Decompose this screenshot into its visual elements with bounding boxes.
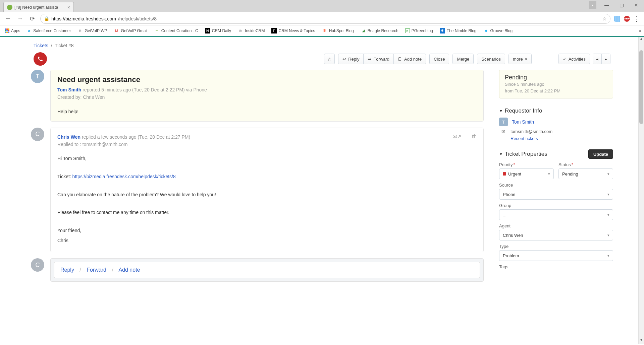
reply-message: C ✉↗ 🗑 Chris Wen replied a few seconds a… (31, 128, 484, 253)
reply-button[interactable]: ↩Reply (338, 54, 364, 64)
forward-icon: ➡ (368, 57, 371, 62)
bookmark-item[interactable]: ✱HubSpot Blog (319, 28, 357, 33)
reply-author[interactable]: Chris Wen (57, 134, 80, 140)
bookmark-item[interactable]: ❧Content Curation - C (152, 28, 201, 33)
bookmark-item[interactable]: ✱The Nimble Blog (437, 28, 479, 33)
bookmark-item[interactable]: ▸PGreenblog (402, 28, 436, 33)
bookmark-item[interactable]: MGetVoIP Gmail (111, 28, 150, 33)
delete-icon[interactable]: 🗑 (471, 133, 477, 140)
forward-link[interactable]: Forward (87, 267, 106, 273)
vertical-scrollbar[interactable]: ▲ ▼ (638, 37, 644, 344)
next-ticket-button[interactable]: ▸ (601, 54, 610, 64)
agent-select[interactable]: Chris Wen ▾ (499, 230, 613, 240)
bookmark-item[interactable]: 🗎InsideCRM (235, 28, 267, 33)
bookmark-item[interactable]: NCRM Daily (202, 28, 234, 33)
conversation-thread: T Need urgent assistance Tom Smith repor… (31, 70, 484, 282)
minimize-button[interactable]: — (602, 2, 611, 8)
url-path: /helpdesk/tickets/8 (118, 16, 157, 21)
extension-icons: ABP ⋮ (614, 15, 640, 23)
maximize-button[interactable]: ▢ (617, 2, 626, 8)
update-button[interactable]: Update (588, 149, 613, 159)
star-icon: ☆ (327, 57, 331, 62)
recent-tickets-link[interactable]: Recent tickets (511, 136, 538, 141)
more-button[interactable]: more▾ (508, 54, 532, 64)
avatar: C (31, 258, 44, 272)
requestor-avatar: T (499, 118, 508, 126)
add-note-button[interactable]: 🗒Add note (393, 54, 426, 64)
requestor-name[interactable]: Tom Smith (512, 119, 534, 125)
scenarios-button[interactable]: Scenarios (477, 54, 505, 64)
section-header[interactable]: ▼ Ticket Properties (499, 151, 547, 157)
action-button-group: ↩Reply ➡Forward 🗒Add note (338, 54, 426, 64)
bookmark-icon: ▸ (405, 28, 410, 33)
ticket-link[interactable]: https://bizmedia.freshdesk.com/helpdesk/… (72, 174, 176, 179)
browser-tab[interactable]: [#8] Need urgent assista × (3, 2, 74, 12)
breadcrumb-current: Ticket #8 (55, 43, 73, 48)
source-select[interactable]: Phone ▾ (499, 189, 613, 200)
adblock-icon[interactable]: ABP (624, 16, 630, 22)
bookmark-item[interactable]: ECRM News & Topics (269, 28, 318, 33)
bookmarks-overflow[interactable]: » (639, 28, 641, 33)
bookmark-item[interactable]: ⭘Salesforce Customer (23, 28, 73, 33)
ticket-subject: Need urgent assistance (57, 75, 477, 84)
add-note-link[interactable]: Add note (118, 267, 140, 273)
type-label: Type (499, 244, 613, 249)
status-value: Pending (505, 74, 607, 81)
forward-button[interactable]: → (16, 15, 24, 22)
status-label: Status* (558, 162, 613, 167)
avatar: T (31, 70, 44, 83)
forward-button[interactable]: ➡Forward (363, 54, 394, 64)
tab-bar: [#8] Need urgent assista × ▪ — ▢ ✕ (0, 0, 644, 12)
browser-window: [#8] Need urgent assista × ▪ — ▢ ✕ ← → ⟳… (0, 0, 644, 344)
close-icon[interactable]: × (67, 5, 70, 10)
reload-button[interactable]: ⟳ (28, 15, 36, 22)
ticket-author[interactable]: Tom Smith (57, 87, 81, 92)
user-icon[interactable]: ▪ (589, 1, 596, 9)
group-select[interactable]: ... ▾ (499, 209, 613, 220)
priority-dot-icon (503, 172, 506, 176)
scroll-up-icon[interactable]: ▲ (639, 37, 644, 43)
bookmark-item[interactable]: ◢Beagle Research (358, 28, 401, 33)
apps-button[interactable]: Apps (3, 28, 22, 33)
status-select[interactable]: Pending ▾ (558, 168, 613, 179)
url-field[interactable]: 🔒 https://bizmedia.freshdesk.com/helpdes… (40, 14, 610, 24)
reply-body: Hi Tom Smith, Ticket: https://bizmedia.f… (57, 155, 477, 245)
activities-button[interactable]: ✓Activities (558, 54, 590, 64)
reply-link[interactable]: Reply (60, 267, 74, 273)
ticket-sidebar: Pending Since 5 minutes ago from Tue, 20… (499, 70, 613, 282)
close-button[interactable]: Close (429, 54, 449, 64)
bookmark-icon: ◆ (483, 28, 489, 33)
priority-select[interactable]: Urgent ▾ (499, 168, 554, 179)
reply-icon: ↩ (342, 57, 346, 62)
close-window-button[interactable]: ✕ (632, 2, 641, 8)
bookmarks-bar: Apps ⭘Salesforce Customer 🗎GetVoIP WP MG… (0, 25, 644, 36)
tags-label: Tags (499, 264, 613, 269)
breadcrumb-root[interactable]: Tickets (34, 43, 48, 48)
menu-icon[interactable]: ⋮ (633, 15, 640, 23)
status-since: Since 5 minutes ago (505, 81, 607, 88)
ticket-created-by: Created by: Chris Wen (57, 94, 105, 100)
bookmark-item[interactable]: 🗎GetVoIP WP (75, 28, 110, 33)
reply-card: ✉↗ 🗑 Chris Wen replied a few seconds ago… (50, 128, 484, 253)
section-header[interactable]: ▼ Requestor Info (499, 108, 613, 114)
bookmark-item[interactable]: ◆Groove Blog (481, 28, 516, 33)
type-select[interactable]: Problem ▾ (499, 250, 613, 261)
page-viewport: Tickets / Ticket #8 ☆ ↩Reply ➡Forward 🗒A… (0, 36, 644, 344)
priority-label: Priority* (499, 162, 554, 167)
reply-meta: replied a few seconds ago (Tue, 20 Dec a… (82, 134, 190, 140)
chevron-down-icon: ▼ (499, 109, 503, 113)
extension-icon[interactable] (614, 16, 621, 22)
reply-to: Replied to : tomsmith@smith.com (57, 142, 128, 147)
prev-ticket-button[interactable]: ◂ (593, 54, 602, 64)
back-button[interactable]: ← (4, 15, 12, 22)
scrollbar-thumb[interactable] (639, 50, 643, 124)
agent-label: Agent (499, 223, 613, 228)
star-button[interactable]: ☆ (324, 54, 335, 64)
scroll-down-icon[interactable]: ▼ (639, 338, 644, 344)
reply-open-icon[interactable]: ✉↗ (452, 133, 461, 140)
file-icon: 🗎 (238, 28, 243, 33)
merge-button[interactable]: Merge (452, 54, 474, 64)
ticket-card: Need urgent assistance Tom Smith reporte… (50, 70, 484, 122)
bookmark-star-icon[interactable]: ☆ (602, 16, 607, 21)
bookmark-icon: E (271, 28, 277, 33)
